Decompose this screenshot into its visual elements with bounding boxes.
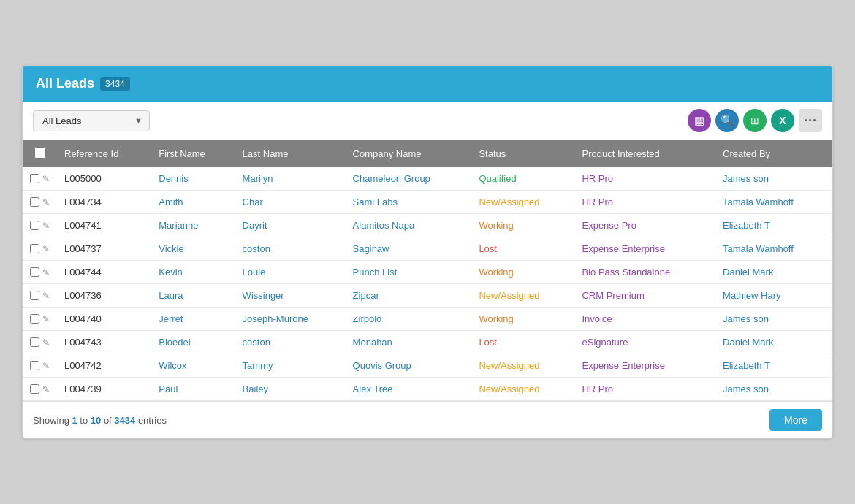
company-name-link[interactable]: Zirpolo <box>353 313 382 324</box>
product-cell: eSignature <box>574 331 715 354</box>
toolbar-right: ▦ 🔍 ⊞ X ··· <box>688 109 822 132</box>
last-name-link[interactable]: Louie <box>243 267 266 278</box>
edit-icon[interactable]: ✎ <box>42 314 50 324</box>
last-name-cell[interactable]: Joseph-Murone <box>235 308 346 331</box>
company-name-link[interactable]: Quovis Group <box>353 360 411 371</box>
grid-button[interactable]: ⊞ <box>743 109 767 132</box>
first-name-cell[interactable]: Amith <box>151 191 235 214</box>
first-name-cell[interactable]: Jerret <box>151 308 235 331</box>
last-name-cell[interactable]: Tammy <box>235 354 346 378</box>
leads-filter-select[interactable]: All Leads My Leads Unassigned Leads <box>33 110 150 131</box>
leads-filter-wrapper: All Leads My Leads Unassigned Leads ▼ <box>33 110 150 131</box>
created-by-cell: Tamala Wamhoff <box>715 237 832 261</box>
edit-icon[interactable]: ✎ <box>42 221 50 231</box>
ref-id-cell: L004740 <box>57 308 151 331</box>
first-name-cell[interactable]: Paul <box>151 378 235 401</box>
last-name-link[interactable]: Marilyn <box>243 173 273 184</box>
search-button[interactable]: 🔍 <box>715 109 739 132</box>
col-header-company-name: Company Name <box>346 140 472 167</box>
product-cell: CRM Premium <box>574 284 715 308</box>
company-name-link[interactable]: Alamitos Napa <box>353 220 415 231</box>
edit-icon[interactable]: ✎ <box>42 174 50 184</box>
more-options-button[interactable]: ··· <box>799 109 822 132</box>
last-name-link[interactable]: Dayrit <box>243 220 267 231</box>
row-checkbox[interactable] <box>30 244 39 253</box>
columns-button[interactable]: ▦ <box>688 109 711 132</box>
edit-icon[interactable]: ✎ <box>42 291 50 301</box>
table-row: ✎L004742WilcoxTammyQuovis GroupNew/Assig… <box>23 354 832 378</box>
last-name-cell[interactable]: Dayrit <box>235 214 346 237</box>
company-name-link[interactable]: Chameleon Group <box>353 173 430 184</box>
excel-button[interactable]: X <box>771 109 794 132</box>
edit-icon[interactable]: ✎ <box>42 384 50 394</box>
first-name-cell[interactable]: Bloedel <box>151 331 235 354</box>
row-checkbox[interactable] <box>30 384 39 394</box>
status-cell: New/Assigned <box>471 191 574 214</box>
company-name-link[interactable]: Alex Tree <box>353 383 393 394</box>
select-all-checkbox[interactable] <box>34 147 46 159</box>
first-name-link[interactable]: Amith <box>159 196 183 207</box>
first-name-link[interactable]: Wilcox <box>159 360 186 371</box>
company-name-link[interactable]: Punch List <box>353 267 398 278</box>
search-icon: 🔍 <box>721 114 734 127</box>
first-name-link[interactable]: Marianne <box>159 220 198 231</box>
company-name-link[interactable]: Menahan <box>353 337 392 348</box>
ref-id-cell: L004739 <box>57 378 151 401</box>
row-checkbox[interactable] <box>30 314 39 324</box>
row-checkbox[interactable] <box>30 221 39 230</box>
last-name-link[interactable]: Bailey <box>243 383 268 394</box>
row-checkbox[interactable] <box>30 197 39 207</box>
row-checkbox[interactable] <box>30 337 39 347</box>
last-name-cell[interactable]: Bailey <box>235 378 346 401</box>
last-name-cell[interactable]: Louie <box>235 261 346 284</box>
total-count: 3434 <box>114 415 135 426</box>
first-name-link[interactable]: Dennis <box>159 173 188 184</box>
last-name-link[interactable]: coston <box>243 337 270 348</box>
company-name-link[interactable]: Zipcar <box>353 290 379 301</box>
row-checkbox[interactable] <box>30 174 39 183</box>
first-name-link[interactable]: Vickie <box>159 243 183 254</box>
first-name-cell[interactable]: Marianne <box>151 214 235 237</box>
col-header-ref-id: Reference Id <box>57 140 151 167</box>
first-name-cell[interactable]: Kevin <box>151 261 235 284</box>
last-name-link[interactable]: Joseph-Murone <box>243 313 308 324</box>
first-name-link[interactable]: Bloedel <box>159 337 190 348</box>
edit-icon[interactable]: ✎ <box>42 267 50 278</box>
last-name-cell[interactable]: coston <box>235 237 346 261</box>
company-name-link[interactable]: Saginaw <box>353 243 390 254</box>
edit-icon[interactable]: ✎ <box>42 197 50 207</box>
row-actions-cell: ✎ <box>23 237 57 261</box>
first-name-cell[interactable]: Laura <box>151 284 235 308</box>
first-name-cell[interactable]: Vickie <box>151 237 235 261</box>
company-name-link[interactable]: Sami Labs <box>353 196 398 207</box>
row-checkbox[interactable] <box>30 291 39 300</box>
table-row: ✎L004737VickiecostonSaginawLostExpense E… <box>23 237 832 261</box>
last-name-link[interactable]: Tammy <box>243 360 273 371</box>
first-name-link[interactable]: Paul <box>159 383 178 394</box>
first-name-link[interactable]: Laura <box>159 290 183 301</box>
last-name-link[interactable]: coston <box>243 243 270 254</box>
row-checkbox[interactable] <box>30 267 39 277</box>
company-name-cell: Saginaw <box>346 237 472 261</box>
header-checkbox-cell <box>23 140 57 167</box>
first-name-cell[interactable]: Wilcox <box>151 354 235 378</box>
ref-id-cell: L004742 <box>57 354 151 378</box>
first-name-cell[interactable]: Dennis <box>151 167 235 191</box>
table-footer: Showing 1 to 10 of 3434 entries More <box>23 401 832 438</box>
more-button[interactable]: More <box>770 409 822 431</box>
last-name-link[interactable]: Wissinger <box>243 290 284 301</box>
last-name-cell[interactable]: Char <box>235 191 346 214</box>
range-end: 10 <box>91 415 101 426</box>
row-checkbox[interactable] <box>30 361 39 370</box>
edit-icon[interactable]: ✎ <box>42 244 50 254</box>
first-name-link[interactable]: Kevin <box>159 267 183 278</box>
first-name-link[interactable]: Jerret <box>159 313 183 324</box>
last-name-cell[interactable]: Marilyn <box>235 167 346 191</box>
status-cell: Working <box>471 308 574 331</box>
edit-icon[interactable]: ✎ <box>42 337 50 348</box>
edit-icon[interactable]: ✎ <box>42 361 50 371</box>
status-cell: New/Assigned <box>471 284 574 308</box>
last-name-cell[interactable]: coston <box>235 331 346 354</box>
last-name-link[interactable]: Char <box>243 196 263 207</box>
last-name-cell[interactable]: Wissinger <box>235 284 346 308</box>
